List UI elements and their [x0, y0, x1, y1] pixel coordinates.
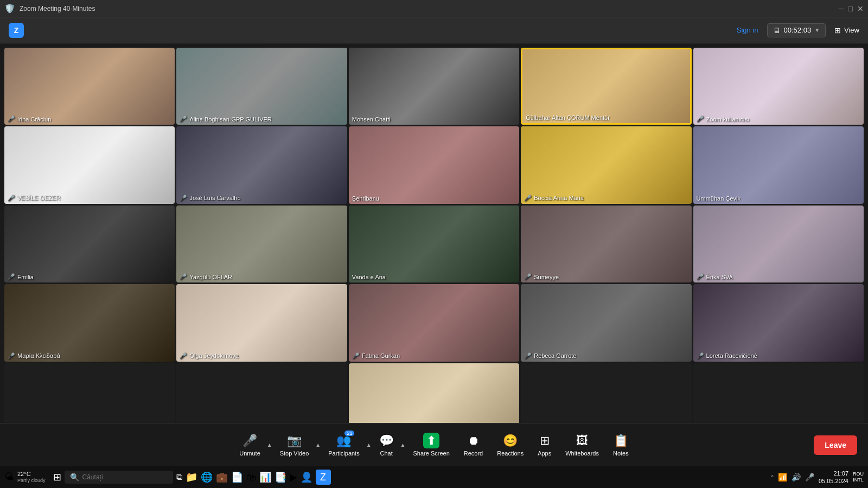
weather-widget: 🌤 22°C Partly cloudy — [4, 471, 46, 484]
participant-label-loreta: 🎤 Loreta Racevičienė — [697, 352, 757, 359]
participant-label-rebeca: 🎤 Rebeca Garrote — [524, 352, 576, 359]
screen-icon: 🖥 — [773, 26, 781, 35]
stop-video-button[interactable]: 📷 Stop Video — [273, 431, 316, 460]
leave-button[interactable]: Leave — [814, 435, 857, 455]
whiteboards-button[interactable]: 🖼 Whiteboards — [559, 431, 605, 460]
participant-label-irina: 🎤 Irina Crăciun — [8, 115, 51, 123]
participant-cell-erika: 🎤 Erika SVA — [693, 206, 864, 282]
start-button[interactable]: ⊞ — [53, 471, 61, 483]
participants-group: 👥 21 Participants ▲ — [322, 431, 371, 460]
unmute-group: 🎤 Unmute ▲ — [233, 431, 272, 460]
unmute-caret[interactable]: ▲ — [267, 442, 272, 448]
participant-label-sehribanu: Şehribanu — [352, 195, 379, 202]
taskbar-powerpoint-button[interactable]: 📑 — [275, 471, 286, 483]
participant-label-fatma: 🎤 Fatma Gürkan — [352, 352, 400, 359]
participant-name-boccia: Boccia Anna Maria — [534, 195, 584, 201]
participant-cell-ummuhan: Ümmühan Çevik — [693, 126, 864, 203]
camera-icon: 📷 — [287, 434, 302, 448]
participant-label-vesile: 🎤 VESİLE GEZER — [8, 195, 60, 202]
participant-label-boccia: 🎤 Boccia Anna Maria — [524, 195, 584, 202]
reactions-button[interactable]: 😊 Reactions — [490, 431, 530, 460]
participant-cell-vanda: Vanda e Ana — [349, 206, 519, 282]
view-button[interactable]: ⊞ View — [834, 26, 859, 35]
participant-name-sehribanu: Şehribanu — [352, 195, 379, 202]
mute-icon-yazgulu: 🎤 — [180, 273, 187, 280]
grid-icon: ⊞ — [834, 26, 841, 35]
participant-name-alina: Alina Boghisan-GPP GULIVER — [189, 116, 271, 123]
window-title: Zoom Meeting 40-Minutes — [20, 5, 95, 12]
participant-name-yazgulu: Yazgülü OFLAR — [189, 274, 232, 280]
view-label: View — [844, 26, 859, 34]
record-button[interactable]: ⏺ Record — [457, 431, 489, 460]
minimize-button[interactable]: ─ — [839, 4, 844, 13]
wifi-icon: 📶 — [778, 473, 787, 481]
share-screen-button[interactable]: ⬆ Share Screen — [407, 431, 456, 460]
taskbar-teams-button[interactable]: 💼 — [216, 471, 228, 483]
clock-date: 05.05.2024 — [819, 477, 848, 485]
topbar-left: Z — [9, 23, 24, 38]
chat-caret[interactable]: ▲ — [400, 442, 406, 448]
taskbar-facebook-button[interactable]: 👤 — [301, 471, 312, 483]
taskbar-zoom-button[interactable]: Z — [316, 470, 331, 485]
close-button[interactable]: ✕ — [857, 4, 864, 13]
participant-name-jose: José Luís Carvalho — [189, 195, 240, 201]
taskbar-edge-button[interactable]: 🌐 — [201, 471, 213, 483]
clock-time: 21:07 — [833, 470, 848, 477]
taskbar-store-button[interactable]: 🛍 — [246, 472, 256, 483]
mute-icon-emilia: 🎤 — [8, 273, 15, 280]
participant-label-mohsen: Mohsen Chatti — [352, 116, 391, 123]
participants-count-badge: 21 — [344, 431, 354, 436]
participant-cell-sumeyye: 🎤 Sümeyye — [521, 206, 691, 282]
participant-cell-rebeca: 🎤 Rebeca Garrote — [521, 284, 691, 361]
search-box[interactable]: 🔍 — [65, 471, 173, 484]
mute-icon-loreta: 🎤 — [697, 352, 704, 359]
mute-icon-maria: 🎤 — [8, 352, 15, 359]
participant-label-maria: 🎤 Μαρία Κλειδαρά — [8, 352, 60, 359]
unmute-button[interactable]: 🎤 Unmute — [233, 431, 267, 460]
participant-name-emilia: Emilia — [17, 274, 34, 280]
participants-caret[interactable]: ▲ — [366, 442, 372, 448]
topbar-right: Sign in 🖥 00:52:03 ▼ ⊞ View — [737, 23, 859, 37]
maximize-button[interactable]: □ — [848, 4, 853, 13]
notes-button[interactable]: 📋 Notes — [607, 431, 635, 460]
mute-icon-vesile: 🎤 — [8, 195, 15, 202]
participant-name-sumeyye: Sümeyye — [534, 274, 559, 280]
mute-icon-rebeca: 🎤 — [524, 352, 532, 359]
whiteboards-label: Whiteboards — [565, 450, 599, 457]
mute-icon-alina: 🎤 — [180, 115, 187, 123]
taskbar: 🌤 22°C Partly cloudy ⊞ 🔍 ⧉ 📁 🌐 💼 📄 🛍 📊 📑… — [0, 466, 868, 488]
search-input[interactable] — [82, 473, 158, 481]
stop-video-label: Stop Video — [280, 450, 309, 457]
chat-label: Chat — [380, 450, 392, 457]
search-icon: 🔍 — [70, 473, 79, 481]
participant-name-mohsen: Mohsen Chatti — [352, 116, 391, 123]
tray-chevron-icon[interactable]: ^ — [771, 474, 774, 480]
weather-icon: 🌤 — [4, 471, 14, 483]
participant-label-sumeyye: 🎤 Sümeyye — [524, 273, 559, 280]
taskbar-word-button[interactable]: 📄 — [231, 471, 243, 483]
chat-group: 💬 Chat ▲ — [373, 431, 406, 460]
participant-label-zoom: 🎤 Zoom kullanıcısı — [697, 115, 750, 123]
notes-icon: 📋 — [614, 434, 628, 448]
apps-button[interactable]: ⊞ Apps — [531, 431, 558, 460]
taskbar-youtube-button[interactable]: ▶ — [290, 471, 297, 483]
chat-icon: 💬 — [379, 434, 394, 448]
share-screen-label: Share Screen — [413, 450, 450, 457]
taskbar-excel-button[interactable]: 📊 — [259, 471, 271, 483]
chat-button[interactable]: 💬 Chat — [373, 431, 400, 460]
stop-video-group: 📷 Stop Video ▲ — [273, 431, 321, 460]
participants-button[interactable]: 👥 21 Participants — [322, 431, 366, 460]
task-view-button[interactable]: ⧉ — [176, 472, 182, 482]
sign-in-button[interactable]: Sign in — [737, 26, 758, 34]
mute-icon-boccia: 🎤 — [524, 195, 532, 202]
mute-icon-erika: 🎤 — [697, 273, 704, 280]
participant-cell-gulbahar: Gülbahar Altan ÇORUM Mentör — [521, 48, 691, 125]
stop-video-caret[interactable]: ▲ — [315, 442, 321, 448]
taskbar-explorer-button[interactable]: 📁 — [186, 471, 197, 483]
participant-name-erika: Erika SVA — [706, 274, 733, 280]
participant-name-vesile: VESİLE GEZER — [17, 195, 60, 201]
participant-cell-mohsen: Mohsen Chatti — [349, 48, 519, 125]
weather-desc: Partly cloudy — [17, 478, 46, 484]
zoom-shield-icon: 🛡️ — [4, 3, 15, 14]
participant-name-loreta: Loreta Racevičienė — [706, 352, 757, 359]
